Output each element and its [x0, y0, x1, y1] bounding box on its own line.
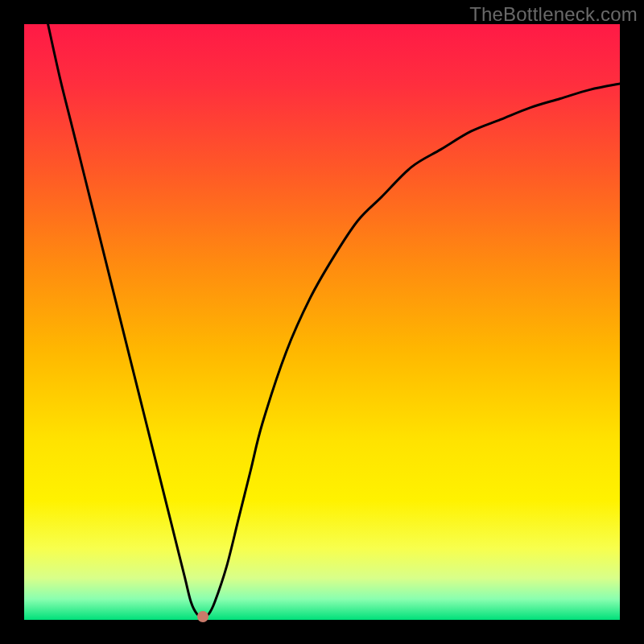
- watermark-label: TheBottleneck.com: [469, 3, 638, 26]
- bottleneck-plot: [24, 24, 620, 620]
- optimal-point-marker: [197, 611, 208, 622]
- gradient-background: [24, 24, 620, 620]
- chart-frame: [24, 24, 620, 620]
